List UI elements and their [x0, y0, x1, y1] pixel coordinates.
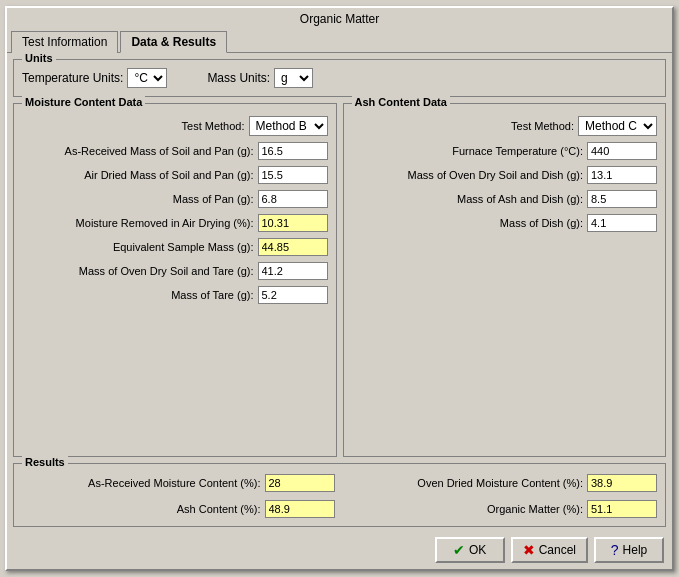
- as-received-mass-row: As-Received Mass of Soil and Pan (g):: [22, 142, 328, 160]
- moisture-removed-row: Moisture Removed in Air Drying (%):: [22, 214, 328, 232]
- units-row: Temperature Units: °C °F Mass Units: g k…: [22, 64, 657, 88]
- units-group: Units Temperature Units: °C °F Mass Unit…: [13, 59, 666, 97]
- ash-group: Ash Content Data Test Method: Method A M…: [343, 103, 667, 457]
- equivalent-sample-mass-input[interactable]: [258, 238, 328, 256]
- tab-bar: Test Information Data & Results: [7, 28, 672, 53]
- results-group: Results As-Received Moisture Content (%)…: [13, 463, 666, 527]
- ash-content-label: Ash Content (%):: [177, 503, 261, 515]
- mass-oven-dry-soil-tare-label: Mass of Oven Dry Soil and Tare (g):: [79, 265, 254, 277]
- ash-test-method-row: Test Method: Method A Method B Method C: [352, 116, 658, 136]
- mass-of-tare-row: Mass of Tare (g):: [22, 286, 328, 304]
- as-received-moisture-label: As-Received Moisture Content (%):: [88, 477, 260, 489]
- mass-ash-dish-row: Mass of Ash and Dish (g):: [352, 190, 658, 208]
- moisture-test-method-label: Test Method:: [182, 120, 245, 132]
- temperature-units-group: Temperature Units: °C °F: [22, 68, 167, 88]
- mass-units-select[interactable]: g kg lb: [274, 68, 313, 88]
- ok-icon: ✔: [453, 542, 465, 558]
- oven-dried-moisture-input[interactable]: [587, 474, 657, 492]
- temperature-units-select[interactable]: °C °F: [127, 68, 167, 88]
- furnace-temp-input[interactable]: [587, 142, 657, 160]
- mass-oven-dry-soil-dish-input[interactable]: [587, 166, 657, 184]
- mass-of-dish-input[interactable]: [587, 214, 657, 232]
- equivalent-sample-mass-row: Equivalent Sample Mass (g):: [22, 238, 328, 256]
- as-received-moisture-input[interactable]: [265, 474, 335, 492]
- furnace-temp-label: Furnace Temperature (°C):: [452, 145, 583, 157]
- air-dried-mass-label: Air Dried Mass of Soil and Pan (g):: [84, 169, 253, 181]
- oven-dried-moisture-field: Oven Dried Moisture Content (%):: [345, 474, 658, 492]
- mass-of-pan-input[interactable]: [258, 190, 328, 208]
- middle-row: Moisture Content Data Test Method: Metho…: [13, 103, 666, 457]
- mass-ash-dish-input[interactable]: [587, 190, 657, 208]
- moisture-removed-label: Moisture Removed in Air Drying (%):: [76, 217, 254, 229]
- help-button[interactable]: ? Help: [594, 537, 664, 563]
- mass-ash-dish-label: Mass of Ash and Dish (g):: [457, 193, 583, 205]
- ash-title: Ash Content Data: [352, 96, 450, 108]
- ok-button[interactable]: ✔ OK: [435, 537, 505, 563]
- moisture-group: Moisture Content Data Test Method: Metho…: [13, 103, 337, 457]
- mass-of-pan-label: Mass of Pan (g):: [173, 193, 254, 205]
- as-received-mass-input[interactable]: [258, 142, 328, 160]
- ash-content-field: Ash Content (%):: [22, 500, 335, 518]
- moisture-test-method-select[interactable]: Method A Method B Method C: [249, 116, 328, 136]
- mass-oven-dry-soil-dish-row: Mass of Oven Dry Soil and Dish (g):: [352, 166, 658, 184]
- cancel-icon: ✖: [523, 542, 535, 558]
- mass-oven-dry-soil-dish-label: Mass of Oven Dry Soil and Dish (g):: [408, 169, 583, 181]
- help-icon: ?: [611, 542, 619, 558]
- as-received-moisture-field: As-Received Moisture Content (%):: [22, 474, 335, 492]
- air-dried-mass-row: Air Dried Mass of Soil and Pan (g):: [22, 166, 328, 184]
- oven-dried-moisture-label: Oven Dried Moisture Content (%):: [417, 477, 583, 489]
- mass-units-label: Mass Units:: [207, 71, 270, 85]
- ash-content-input[interactable]: [265, 500, 335, 518]
- dialog: Organic Matter Test Information Data & R…: [5, 6, 674, 571]
- dialog-title: Organic Matter: [7, 8, 672, 28]
- as-received-mass-label: As-Received Mass of Soil and Pan (g):: [65, 145, 254, 157]
- mass-oven-dry-soil-tare-row: Mass of Oven Dry Soil and Tare (g):: [22, 262, 328, 280]
- organic-matter-label: Organic Matter (%):: [487, 503, 583, 515]
- units-title: Units: [22, 52, 56, 64]
- cancel-button[interactable]: ✖ Cancel: [511, 537, 588, 563]
- ash-test-method-label: Test Method:: [511, 120, 574, 132]
- mass-units-group: Mass Units: g kg lb: [207, 68, 313, 88]
- organic-matter-field: Organic Matter (%):: [345, 500, 658, 518]
- mass-of-tare-label: Mass of Tare (g):: [171, 289, 253, 301]
- ash-test-method-select[interactable]: Method A Method B Method C: [578, 116, 657, 136]
- tab-data-results[interactable]: Data & Results: [120, 31, 227, 53]
- temperature-units-label: Temperature Units:: [22, 71, 123, 85]
- help-label: Help: [623, 543, 648, 557]
- content-area: Units Temperature Units: °C °F Mass Unit…: [7, 53, 672, 533]
- mass-of-dish-label: Mass of Dish (g):: [500, 217, 583, 229]
- moisture-title: Moisture Content Data: [22, 96, 145, 108]
- test-method-row: Test Method: Method A Method B Method C: [22, 116, 328, 136]
- ok-label: OK: [469, 543, 486, 557]
- furnace-temp-row: Furnace Temperature (°C):: [352, 142, 658, 160]
- mass-of-pan-row: Mass of Pan (g):: [22, 190, 328, 208]
- equivalent-sample-mass-label: Equivalent Sample Mass (g):: [113, 241, 254, 253]
- mass-of-dish-row: Mass of Dish (g):: [352, 214, 658, 232]
- mass-oven-dry-soil-tare-input[interactable]: [258, 262, 328, 280]
- results-grid: As-Received Moisture Content (%): Oven D…: [22, 468, 657, 518]
- cancel-label: Cancel: [539, 543, 576, 557]
- tab-test-information[interactable]: Test Information: [11, 31, 118, 53]
- organic-matter-input[interactable]: [587, 500, 657, 518]
- button-row: ✔ OK ✖ Cancel ? Help: [7, 533, 672, 569]
- air-dried-mass-input[interactable]: [258, 166, 328, 184]
- moisture-removed-input[interactable]: [258, 214, 328, 232]
- results-title: Results: [22, 456, 68, 468]
- mass-of-tare-input[interactable]: [258, 286, 328, 304]
